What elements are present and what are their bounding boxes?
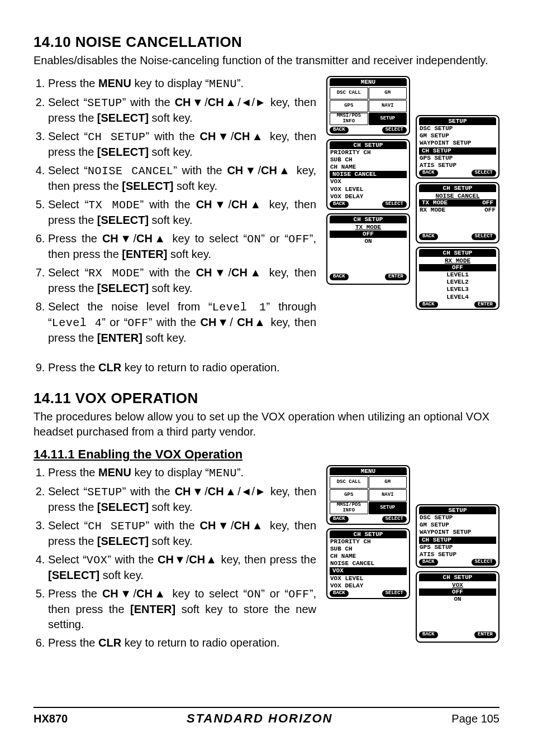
lcd-title: CH SETUP: [419, 184, 496, 192]
softkey-back: BACK: [330, 274, 349, 280]
menu-cell: NAVI: [369, 489, 407, 501]
steps-14-10: Press the MENU key to display “MENU”. Se…: [34, 76, 316, 346]
list-item: GM SETUP: [417, 521, 498, 529]
softkey-enter: ENTER: [474, 302, 496, 308]
step-6: Press the CH▼/CH▲ key to select “ON” or …: [48, 231, 316, 262]
step-5: Select “TX MODE” with the CH▼/CH▲ key, t…: [48, 197, 316, 228]
step-4b: Select “VOX” with the CH▼/CH▲ key, then …: [48, 552, 316, 583]
list-item: RX MODEOFF: [417, 207, 498, 214]
subheading-14-11-1: 14.11.1 Enabling the VOX Operation: [34, 447, 499, 462]
softkey-back: BACK: [419, 170, 438, 176]
lcd-title: CH SETUP: [419, 573, 496, 581]
list-item: GPS SETUP: [417, 155, 498, 162]
softkey-enter: ENTER: [385, 274, 407, 280]
lcd-title: SETUP: [419, 117, 496, 125]
step-1b: Press the MENU key to display “MENU”.: [48, 465, 316, 481]
lcd-menu-b: MENU DSC CALL GM GPS NAVI MMSI/POS INFO …: [326, 465, 410, 525]
list-item: VOX LEVEL: [327, 186, 409, 193]
list-item: ATIS SETUP: [417, 551, 498, 558]
menu-cell: GPS: [330, 489, 368, 501]
list-item: SUB CH: [327, 546, 409, 553]
list-item: ON: [327, 238, 409, 245]
lcd-setup-b: SETUP DSC SETUP GM SETUP WAYPOINT SETUP …: [416, 504, 499, 568]
list-item: CH NAME: [327, 553, 409, 560]
list-item: VOX: [327, 178, 409, 185]
lcd-ch-setup-noise: CH SETUP PRIORITY CH SUB CH CH NAME NOIS…: [326, 139, 410, 210]
list-item: PRIORITY CH: [327, 538, 409, 546]
softkey-enter: ENTER: [474, 631, 496, 638]
softkey-back: BACK: [419, 559, 438, 566]
softkey-select: SELECT: [382, 516, 407, 523]
softkey-select: SELECT: [472, 559, 496, 566]
softkey-back: BACK: [419, 302, 438, 308]
softkey-back: BACK: [419, 233, 438, 240]
steps-14-10-continued: Press the CLR key to return to radio ope…: [34, 360, 499, 375]
heading-14-11: 14.11 VOX OPERATION: [34, 390, 499, 407]
steps-14-11-1: Press the MENU key to display “MENU”. Se…: [34, 465, 316, 650]
menu-cell: GPS: [330, 100, 368, 112]
list-item: DSC SETUP: [417, 514, 498, 521]
list-item: NOISE CANCEL: [327, 560, 409, 567]
step-7: Select “RX MODE” with the CH▼/CH▲ key, t…: [48, 265, 316, 296]
menu-cell: DSC CALL: [330, 476, 368, 489]
list-item: SUB CH: [327, 156, 409, 164]
list-item: VOX LEVEL: [327, 575, 409, 582]
step-3b: Select “CH SETUP” with the CH▼/CH▲ key, …: [48, 518, 316, 549]
list-item: PRIORITY CH: [327, 149, 409, 156]
lcd-title: MENU: [330, 78, 407, 86]
lcd-txmode: CH SETUP TX MODE OFF ON BACK ENTER: [326, 213, 410, 285]
intro-14-10: Enables/disables the Noise-canceling fun…: [34, 53, 499, 68]
lcd-menu: MENU DSC CALL GM GPS NAVI MMSI/POS INFO …: [326, 76, 410, 136]
lcd-vox: CH SETUP VOX OFF ON BACK ENTER: [416, 571, 499, 643]
list-item-selected: TX MODEOFF: [419, 199, 496, 207]
softkey-select: SELECT: [472, 170, 496, 176]
step-1: Press the MENU key to display “MENU”.: [48, 76, 316, 92]
menu-cell: MMSI/POS INFO: [330, 113, 368, 125]
list-item: CH NAME: [327, 164, 409, 171]
list-item: ON: [417, 596, 498, 603]
list-item: DSC SETUP: [417, 125, 498, 132]
list-item: LEVEL2: [417, 279, 498, 286]
footer-page: Page 105: [451, 712, 499, 725]
lcd-title: SETUP: [419, 506, 496, 514]
step-9: Press the CLR key to return to radio ope…: [48, 360, 499, 375]
step-6b: Press the CLR key to return to radio ope…: [48, 635, 316, 650]
list-item-selected: CH SETUP: [419, 147, 496, 155]
lcd-ch-setup-vox: CH SETUP PRIORITY CH SUB CH CH NAME NOIS…: [326, 528, 410, 599]
intro-14-11: The procedures below allow you to set up…: [34, 409, 499, 439]
list-item: WAYPOINT SETUP: [417, 529, 498, 536]
lcd-noise-cancel: CH SETUP NOISE CANCEL TX MODEOFF RX MODE…: [416, 182, 499, 243]
menu-cell-selected: SETUP: [369, 502, 407, 514]
list-item-selected: OFF: [330, 231, 407, 238]
menu-cell: NAVI: [369, 100, 407, 112]
footer-model: HX870: [34, 712, 68, 725]
softkey-back: BACK: [419, 631, 438, 638]
step-4: Select “NOISE CANCEL” with the CH▼/CH▲ k…: [48, 163, 316, 194]
step-8: Select the noise level from “Level 1” th…: [48, 299, 316, 346]
menu-cell: GM: [369, 87, 407, 99]
list-item: VOX DELAY: [327, 193, 409, 200]
softkey-back: BACK: [330, 201, 349, 208]
list-item: LEVEL1: [417, 271, 498, 279]
list-item-selected: NOISE CANCEL: [330, 171, 407, 178]
lcd-subtitle: NOISE CANCEL: [417, 193, 498, 199]
menu-cell: MMSI/POS INFO: [330, 502, 368, 514]
softkey-select: SELECT: [472, 233, 496, 240]
step-5b: Press the CH▼/CH▲ key to select “ON” or …: [48, 586, 316, 632]
softkey-select: SELECT: [382, 201, 407, 208]
list-item-selected: VOX: [330, 567, 407, 575]
list-item: GPS SETUP: [417, 544, 498, 551]
step-2: Select “SETUP” with the CH▼/CH▲/◄/► key,…: [48, 95, 316, 126]
lcd-title: CH SETUP: [330, 216, 407, 223]
lcd-title: MENU: [330, 467, 407, 475]
lcd-title: CH SETUP: [330, 141, 407, 149]
list-item-selected: OFF: [419, 264, 496, 271]
list-item: LEVEL3: [417, 286, 498, 293]
lcd-setup: SETUP DSC SETUP GM SETUP WAYPOINT SETUP …: [416, 115, 499, 179]
step-3: Select “CH SETUP” with the CH▼/CH▲ key, …: [48, 129, 316, 160]
list-item: VOX DELAY: [327, 582, 409, 590]
softkey-select: SELECT: [382, 127, 407, 133]
softkey-back: BACK: [330, 127, 349, 133]
list-item: GM SETUP: [417, 132, 498, 140]
lcd-subtitle: TX MODE: [327, 224, 409, 231]
